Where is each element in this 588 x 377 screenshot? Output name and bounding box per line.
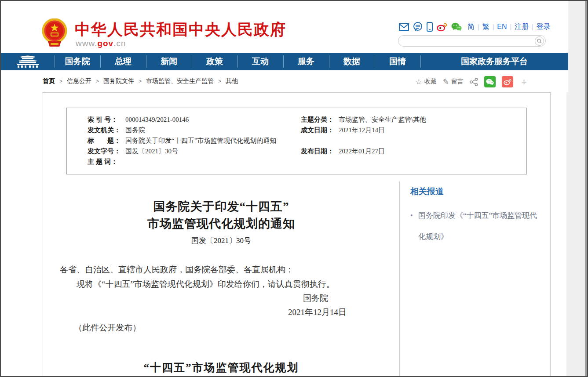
meta-value: 2022年01月27日	[339, 146, 385, 156]
favorite-button[interactable]: ☆收藏	[416, 77, 437, 87]
article-title-line2: 市场监管现代化规划的通知	[60, 215, 383, 232]
nav-item-data[interactable]: 数据	[329, 53, 375, 70]
signature-block: 国务院 2021年12月14日	[60, 291, 383, 319]
breadcrumb-separator: >	[59, 78, 62, 84]
scrollbar[interactable]	[585, 1, 587, 376]
wechat-icon[interactable]	[451, 22, 462, 32]
nav-item-policy[interactable]: 政策	[192, 53, 237, 70]
nav-item-interaction[interactable]: 互动	[237, 53, 283, 70]
meta-value: 市场监管、安全生产监管\其他	[339, 114, 426, 125]
breadcrumb-market-regulation[interactable]: 市场监管、安全生产监管	[146, 77, 214, 85]
meta-label: 标 题：	[88, 135, 125, 146]
article: 国务院关于印发“十四五” 市场监管现代化规划的通知 国发〔2021〕30号 各省…	[43, 181, 399, 375]
url-cn: .cn	[113, 39, 126, 48]
breadcrumb-home[interactable]: 首页	[43, 77, 55, 85]
lang-simplified-link[interactable]: 简	[467, 22, 475, 32]
lang-traditional-link[interactable]: 繁	[482, 22, 489, 32]
search-input[interactable]	[398, 36, 535, 45]
comment-button[interactable]: ✎留言	[443, 77, 464, 87]
breadcrumb-info-disclosure[interactable]: 信息公开	[67, 77, 91, 85]
language-links: 简| 繁| EN| 注册| 登录	[467, 22, 551, 32]
meta-value: 国务院	[125, 125, 145, 135]
page-actions: ☆收藏 ✎留言 ＋	[416, 76, 529, 88]
site-title[interactable]: 中华人民共和国中央人民政府	[75, 19, 286, 40]
meta-label: 发文机关：	[88, 125, 125, 135]
meta-label: 主 题 词：	[88, 156, 125, 167]
nav-item-gov-service-platform[interactable]: 国家政务服务平台	[420, 53, 568, 70]
header-tools: 简| 繁| EN| 注册| 登录	[399, 21, 546, 33]
meta-label: 发文字号：	[88, 146, 125, 156]
meta-value: 2021年12月14日	[339, 125, 385, 135]
content-divider	[399, 181, 400, 377]
article-paragraph-instruction: 现将《“十四五”市场监管现代化规划》印发给你们，请认真贯彻执行。	[60, 277, 383, 291]
page-background-strip	[566, 1, 585, 376]
meta-label: 索 引 号：	[88, 114, 125, 125]
favorite-label: 收藏	[424, 78, 437, 86]
separator: |	[510, 23, 512, 30]
mail-icon[interactable]	[399, 22, 409, 32]
related-report-link[interactable]: 国务院印发《“十四五”市场监管现代化规划》	[410, 205, 542, 247]
separator: |	[478, 23, 479, 30]
meta-value: 国务院关于印发“十四五”市场监管现代化规划的通知	[125, 135, 276, 146]
article-title: 国务院关于印发“十四五” 市场监管现代化规划的通知	[60, 198, 383, 232]
nav-item-premier[interactable]: 总理	[100, 53, 146, 70]
breadcrumb-other[interactable]: 其他	[226, 77, 238, 85]
meta-empty-cell	[297, 156, 526, 167]
article-doc-number: 国发〔2021〕30号	[60, 236, 383, 246]
related-reports-sidebar: 相关报道 国务院印发《“十四五”市场监管现代化规划》	[410, 186, 542, 247]
document-container: 索 引 号：000014349/2021-00146 主题分类：市场监管、安全生…	[43, 92, 551, 377]
wechat-icon	[486, 79, 494, 85]
star-icon: ☆	[416, 77, 422, 87]
url-gov: gov	[97, 39, 113, 48]
meta-index-number: 索 引 号：000014349/2021-00146	[67, 114, 297, 125]
breadcrumb-state-council-docs[interactable]: 国务院文件	[103, 77, 134, 85]
nav-item-news[interactable]: 新闻	[146, 53, 192, 70]
site-url[interactable]: www.gov.cn	[76, 39, 126, 48]
meta-empty-cell	[297, 135, 526, 146]
nav-item-services[interactable]: 服务	[283, 53, 329, 70]
weibo-icon	[504, 79, 511, 85]
article-title-line1: 国务院关于印发“十四五”	[60, 198, 383, 215]
more-share-button[interactable]: ＋	[519, 76, 529, 88]
pencil-icon: ✎	[443, 77, 449, 87]
plan-section-title: “十四五”市场监管现代化规划	[60, 360, 383, 375]
search-button[interactable]	[535, 36, 544, 46]
breadcrumb-separator: >	[218, 78, 221, 84]
share-wechat-button[interactable]	[484, 76, 496, 87]
meta-publish-date: 发布日期：2022年01月27日	[297, 146, 526, 156]
signer: 国务院	[303, 294, 328, 303]
nav-home-tiananmen-icon[interactable]	[1, 53, 55, 70]
meta-doc-number: 发文字号：国发〔2021〕30号	[67, 146, 297, 156]
related-reports-title: 相关报道	[410, 186, 542, 197]
meta-label: 成文日期：	[301, 125, 339, 135]
message-icon[interactable]	[413, 22, 423, 32]
nav-item-national-conditions[interactable]: 国情	[375, 53, 420, 70]
document-meta-table: 索 引 号：000014349/2021-00146 主题分类：市场监管、安全生…	[66, 108, 527, 174]
meta-value: 国发〔2021〕30号	[125, 146, 178, 156]
public-release-note: （此件公开发布）	[60, 320, 383, 335]
meta-label: 发布日期：	[301, 146, 339, 156]
login-link[interactable]: 登录	[537, 22, 551, 32]
share-weibo-button[interactable]	[502, 76, 513, 87]
article-paragraph-recipients: 各省、自治区、直辖市人民政府，国务院各部委、各直属机构：	[60, 262, 383, 277]
url-www: www.	[76, 39, 97, 48]
breadcrumb-row: 首页 > 信息公开 > 国务院文件 > 市场监管、安全生产监管 > 其他 ☆收藏…	[1, 70, 568, 92]
mobile-icon[interactable]	[427, 22, 433, 32]
comment-label: 留言	[451, 78, 464, 86]
breadcrumb-separator: >	[139, 78, 142, 84]
register-link[interactable]: 注册	[515, 22, 529, 32]
sign-date: 2021年12月14日	[60, 305, 347, 319]
separator: |	[532, 23, 533, 30]
browser-page: 中华人民共和国中央人民政府 www.gov.cn 简| 繁| EN| 注	[0, 0, 588, 377]
meta-value: 000014349/2021-00146	[125, 114, 189, 125]
weibo-icon[interactable]	[437, 22, 447, 32]
share-icon	[470, 78, 478, 86]
meta-keywords: 主 题 词：	[67, 156, 297, 167]
meta-written-date: 成文日期：2021年12月14日	[297, 125, 526, 135]
meta-topic-category: 主题分类：市场监管、安全生产监管\其他	[297, 114, 526, 125]
lang-english-link[interactable]: EN	[497, 23, 507, 31]
national-emblem-logo[interactable]	[42, 18, 67, 47]
nav-item-state-council[interactable]: 国务院	[55, 53, 100, 70]
separator: |	[493, 23, 494, 30]
share-button[interactable]	[470, 78, 478, 86]
